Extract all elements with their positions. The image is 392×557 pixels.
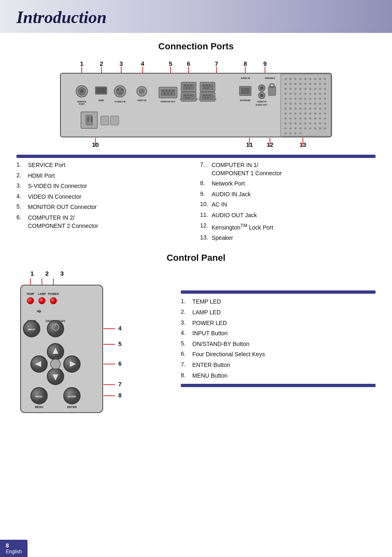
svg-point-21 <box>290 78 292 80</box>
list-item: 3. S-VIDEO IN Connector <box>16 182 192 190</box>
svg-point-114 <box>304 128 307 130</box>
list-item: 3. POWER LED <box>181 319 376 327</box>
list-item: 6. COMPUTER IN 2/COMPONENT 2 Connector <box>16 214 192 230</box>
svg-point-67 <box>295 103 297 105</box>
svg-point-68 <box>300 103 302 105</box>
svg-text:LAMP: LAMP <box>38 292 46 295</box>
svg-rect-167 <box>201 84 214 90</box>
svg-point-162 <box>187 95 189 96</box>
svg-text:S-VIDEO IN: S-VIDEO IN <box>115 100 126 103</box>
svg-point-44 <box>314 88 316 90</box>
svg-rect-200 <box>111 116 119 125</box>
svg-point-55 <box>324 93 326 95</box>
svg-point-218 <box>50 297 57 304</box>
svg-rect-160 <box>182 93 195 100</box>
list-item: 10. AC IN <box>200 201 376 209</box>
svg-point-39 <box>290 88 292 90</box>
svg-point-28 <box>324 78 326 80</box>
cp-divider-top <box>181 290 376 294</box>
svg-point-98 <box>314 118 316 120</box>
svg-point-186 <box>260 86 263 90</box>
svg-text:AUDIO IN: AUDIO IN <box>257 100 267 103</box>
svg-point-121 <box>295 132 297 135</box>
svg-point-142 <box>163 91 164 92</box>
svg-point-115 <box>309 128 311 130</box>
svg-point-36 <box>319 83 321 85</box>
svg-point-23 <box>300 78 302 80</box>
svg-point-53 <box>314 93 316 95</box>
svg-point-144 <box>169 91 171 92</box>
svg-point-90 <box>319 113 321 115</box>
svg-text:PORT: PORT <box>79 103 85 105</box>
svg-point-108 <box>319 123 321 125</box>
svg-point-153 <box>187 85 189 86</box>
svg-point-74 <box>285 108 287 110</box>
svg-text:6: 6 <box>187 60 190 67</box>
list-item: 5. ON/STAND-BY Button <box>181 340 376 348</box>
svg-point-76 <box>295 108 297 110</box>
svg-point-172 <box>208 88 209 89</box>
svg-point-109 <box>324 123 326 125</box>
svg-point-22 <box>295 78 297 80</box>
svg-rect-141 <box>161 89 175 96</box>
list-item: 13. Speaker <box>200 234 376 242</box>
svg-point-79 <box>309 108 311 110</box>
svg-text:HDMI: HDMI <box>99 99 104 102</box>
svg-point-34 <box>309 83 311 85</box>
svg-point-97 <box>309 118 311 120</box>
svg-point-24 <box>304 78 307 80</box>
list-item: 1. TEMP LED <box>181 298 376 306</box>
svg-point-93 <box>290 118 292 120</box>
svg-rect-198 <box>91 117 92 122</box>
svg-point-171 <box>205 88 206 89</box>
svg-point-214 <box>27 297 34 304</box>
svg-point-42 <box>304 88 307 90</box>
svg-point-57 <box>290 98 292 100</box>
svg-text:1: 1 <box>80 60 83 67</box>
list-item: 4. VIDEO IN Connector <box>16 193 192 201</box>
svg-point-31 <box>295 83 297 85</box>
svg-point-75 <box>290 108 292 110</box>
svg-text:6: 6 <box>118 360 122 367</box>
port-lists: 1. SERVICE Port 2. HDMI Port 3. S-VIDEO … <box>16 161 376 244</box>
svg-point-106 <box>309 123 311 125</box>
svg-point-117 <box>319 128 321 130</box>
svg-point-134 <box>121 89 123 91</box>
cp-divider-bottom <box>181 384 376 387</box>
svg-text:7: 7 <box>215 60 218 67</box>
svg-rect-197 <box>88 117 89 122</box>
svg-point-146 <box>164 93 166 94</box>
svg-point-180 <box>205 97 206 99</box>
svg-point-154 <box>190 85 191 86</box>
control-panel-title: Control Panel <box>16 253 376 263</box>
svg-point-138 <box>139 88 145 94</box>
svg-point-224 <box>47 320 64 337</box>
svg-point-119 <box>285 132 287 135</box>
control-panel-list: 1. TEMP LED 2. LAMP LED 3. POWER LED 4. … <box>181 290 376 387</box>
svg-point-59 <box>300 98 302 100</box>
svg-point-38 <box>285 88 287 90</box>
svg-text:MONITOR OUT: MONITOR OUT <box>161 100 175 103</box>
svg-point-62 <box>314 98 316 100</box>
svg-point-46 <box>324 88 326 90</box>
svg-point-107 <box>314 123 316 125</box>
svg-point-94 <box>295 118 297 120</box>
svg-point-80 <box>314 108 316 110</box>
svg-point-30 <box>290 83 292 85</box>
svg-point-40 <box>295 88 297 90</box>
svg-text:3: 3 <box>120 60 123 67</box>
svg-text:2: 2 <box>100 60 103 67</box>
svg-point-47 <box>285 93 287 95</box>
svg-point-69 <box>304 103 307 105</box>
svg-point-83 <box>285 113 287 115</box>
section-divider-1 <box>16 155 376 158</box>
list-item: 5. MONITOR OUT Connector <box>16 203 192 211</box>
svg-point-48 <box>290 93 292 95</box>
page-number: 8 <box>6 542 22 549</box>
svg-point-54 <box>319 93 321 95</box>
svg-rect-191 <box>268 86 276 95</box>
svg-text:NETWORK: NETWORK <box>240 99 251 102</box>
svg-text:9: 9 <box>263 60 267 67</box>
svg-point-92 <box>285 118 287 120</box>
svg-point-71 <box>314 103 316 105</box>
